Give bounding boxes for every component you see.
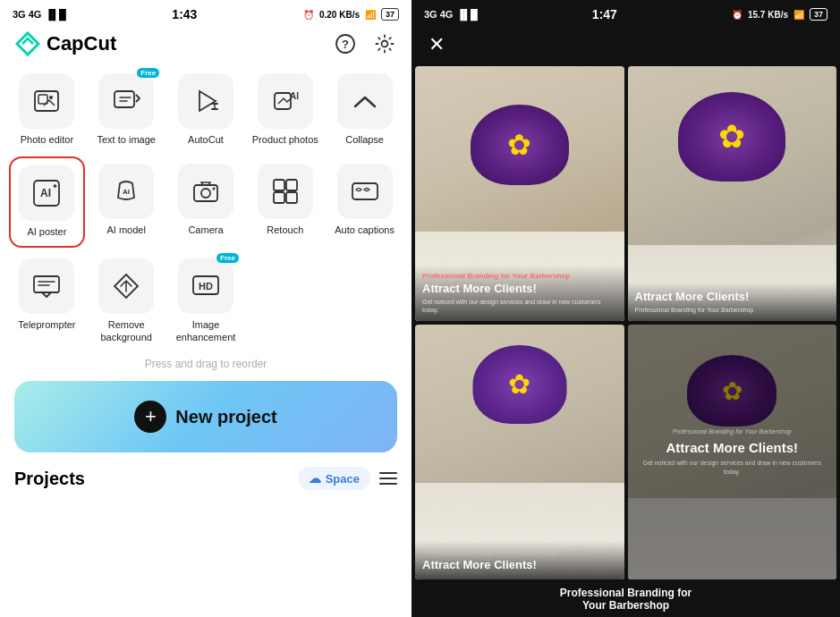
- wifi-icon-left: 📶: [365, 10, 376, 20]
- new-project-plus-icon: +: [134, 401, 166, 433]
- tool-product-photos[interactable]: AI Product photos: [247, 66, 323, 153]
- svg-rect-18: [274, 192, 284, 203]
- network-right: 3G 4G: [424, 9, 453, 20]
- svg-point-5: [49, 96, 53, 99]
- menu-line-2: [379, 478, 397, 479]
- status-network-left: 3G 4G ▐▌█: [13, 9, 66, 20]
- photo-card-1[interactable]: ✿ Professional Branding for Your Barbers…: [415, 66, 624, 321]
- right-header: ✕: [412, 25, 840, 66]
- tool-photo-editor[interactable]: Photo editor: [9, 66, 85, 153]
- battery-left: 37: [381, 8, 399, 21]
- tool-camera[interactable]: Camera: [168, 156, 244, 247]
- help-button[interactable]: ?: [333, 31, 358, 56]
- tool-autocut-label: AutoCut: [188, 133, 224, 146]
- wifi-right: 📶: [793, 10, 804, 20]
- photo-1-title: Attract More Clients!: [422, 282, 617, 296]
- tool-teleprompter[interactable]: Teleprompter: [9, 251, 85, 351]
- tool-ai-model-icon-box: AI: [98, 164, 154, 219]
- new-project-label: New project: [175, 407, 276, 427]
- status-bar-left: 3G 4G ▐▌█ 1:43 ⏰ 0.20 KB/s 📶 37: [0, 0, 412, 25]
- tool-text-to-image-label: Text to image: [97, 133, 155, 146]
- photo-2-overlay: Attract More Clients! Professional Brand…: [628, 283, 837, 321]
- caption-line-2: Your Barbershop: [424, 599, 827, 612]
- tool-image-enhancement[interactable]: Free HD Image enhancement: [168, 251, 244, 351]
- free-badge-text-to-image: Free: [137, 68, 159, 78]
- tool-auto-captions-label: Auto captions: [335, 224, 395, 236]
- svg-rect-17: [286, 180, 297, 190]
- tool-autocut-icon-box: [178, 73, 233, 129]
- photo-1-subtitle: Get noticed with our design services and…: [422, 298, 617, 314]
- menu-button[interactable]: [379, 472, 397, 485]
- space-button[interactable]: ☁ Space: [298, 467, 370, 490]
- tool-camera-icon-box: [178, 164, 233, 219]
- left-panel: 3G 4G ▐▌█ 1:43 ⏰ 0.20 KB/s 📶 37 CapCut: [0, 0, 412, 617]
- tool-text-to-image-icon-box: Free: [98, 73, 154, 129]
- app-logo: CapCut: [14, 30, 116, 57]
- tool-image-enhancement-label: Image enhancement: [172, 318, 241, 344]
- tool-retouch[interactable]: Retouch: [247, 156, 323, 247]
- tool-teleprompter-label: Teleprompter: [18, 318, 75, 331]
- tool-product-photos-label: Product photos: [252, 133, 318, 146]
- right-panel: 3G 4G ▐▌█ 1:47 ⏰ 15.7 KB/s 📶 37 ✕ ✿: [412, 0, 840, 617]
- tool-ai-model[interactable]: AI AI model: [89, 156, 165, 247]
- tool-camera-label: Camera: [188, 224, 223, 236]
- tool-teleprompter-icon-box: [19, 258, 74, 314]
- svg-point-15: [212, 188, 215, 190]
- signal-right: ▐▌█: [456, 9, 477, 20]
- tool-photo-editor-label: Photo editor: [21, 133, 73, 146]
- photo-card-3[interactable]: ✿ Professional Branding for Your Barbers…: [415, 325, 624, 579]
- svg-rect-21: [34, 276, 59, 292]
- menu-line-1: [379, 472, 397, 474]
- space-label: Space: [326, 472, 360, 486]
- svg-point-2: [382, 41, 388, 47]
- time-right: 1:47: [592, 7, 617, 21]
- svg-text:AI: AI: [40, 187, 51, 199]
- svg-point-14: [201, 189, 210, 198]
- projects-right: ☁ Space: [298, 467, 397, 490]
- tool-ai-poster-label: AI poster: [27, 225, 66, 238]
- new-project-button[interactable]: + New project: [14, 381, 397, 452]
- tool-photo-editor-icon-box: [19, 73, 74, 129]
- alarm-right: ⏰: [732, 10, 742, 20]
- app-header: CapCut ?: [0, 25, 412, 66]
- caption-line-1: Professional Branding for: [424, 587, 827, 599]
- drag-hint: Press and drag to reorder: [0, 351, 412, 376]
- tool-remove-background-label: Remove background: [92, 318, 161, 344]
- photo-3-title: Attract More Clients!: [422, 558, 617, 572]
- data-usage-left: 0.20 KB/s: [319, 10, 360, 20]
- status-right-r: ⏰ 15.7 KB/s 📶 37: [732, 8, 827, 21]
- tool-collapse[interactable]: Collapse: [327, 66, 403, 153]
- tool-ai-poster[interactable]: AI AI poster: [9, 156, 85, 247]
- svg-rect-20: [352, 183, 378, 199]
- photo-4-subtitle: Get noticed with our design services and…: [637, 459, 828, 477]
- svg-text:HD: HD: [199, 281, 213, 292]
- tool-remove-background-icon-box: [98, 258, 154, 314]
- tools-grid: Photo editor Free Text to image: [0, 66, 412, 351]
- space-cloud-icon: ☁: [309, 471, 321, 486]
- projects-footer: Projects ☁ Space: [0, 458, 412, 490]
- photo-3-watermark: Professional Branding for Your Barbersho…: [422, 548, 617, 556]
- time-left: 1:43: [172, 7, 197, 21]
- tool-image-enhancement-icon-box: Free HD: [178, 258, 233, 314]
- svg-text:AI: AI: [123, 188, 130, 196]
- logo-icon: [14, 30, 41, 57]
- alarm-icon: ⏰: [303, 10, 314, 20]
- svg-text:?: ?: [342, 38, 349, 51]
- tool-autocut[interactable]: AutoCut: [168, 66, 244, 153]
- tool-remove-background[interactable]: Remove background: [89, 251, 165, 351]
- tool-auto-captions[interactable]: Auto captions: [327, 156, 403, 247]
- tool-text-to-image[interactable]: Free Text to image: [89, 66, 165, 153]
- photo-1-tag: Professional Branding for Your Barbersho…: [422, 272, 617, 280]
- tool-collapse-label: Collapse: [345, 133, 384, 146]
- svg-rect-19: [286, 192, 297, 203]
- status-network-right: 3G 4G ▐▌█: [424, 9, 478, 20]
- photo-1-overlay: Professional Branding for Your Barbersho…: [415, 265, 624, 321]
- bottom-caption: Professional Branding for Your Barbersho…: [412, 579, 840, 617]
- photo-4-title: Attract More Clients!: [637, 440, 828, 455]
- close-button[interactable]: ✕: [424, 32, 449, 57]
- photo-card-4[interactable]: ✿ Professional Branding for Your Barbers…: [628, 325, 837, 579]
- battery-right: 37: [810, 8, 827, 21]
- photo-card-2[interactable]: ✿ Attract More Clients! Professional Bra…: [628, 66, 837, 321]
- settings-button[interactable]: [372, 31, 397, 56]
- svg-rect-6: [115, 91, 134, 107]
